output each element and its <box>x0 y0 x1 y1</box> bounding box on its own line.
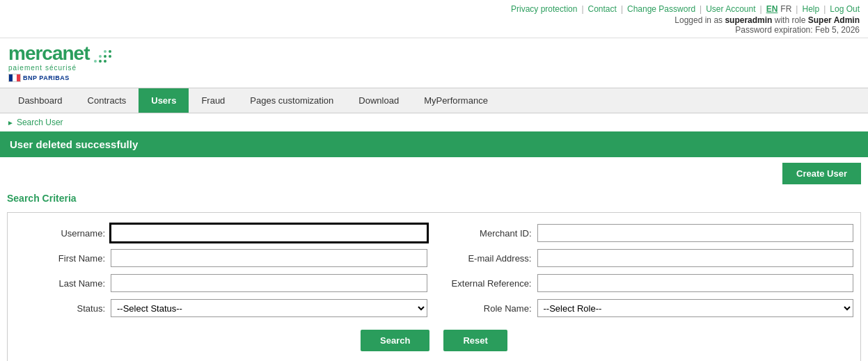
role-row: Role Name: --Select Role-- Super Admin A… <box>441 299 854 317</box>
search-criteria-section: Search Criteria Username: First Name: La… <box>0 190 868 361</box>
email-label: E-mail Address: <box>441 253 532 264</box>
help-link[interactable]: Help <box>802 4 819 14</box>
email-input[interactable] <box>537 249 854 267</box>
sep2: | <box>621 4 623 14</box>
status-select[interactable]: --Select Status-- Active Inactive <box>111 299 427 317</box>
success-banner: User deleted successfully <box>0 131 868 157</box>
last-name-input[interactable] <box>111 274 427 292</box>
nav-item-myperformance[interactable]: MyPerformance <box>411 88 500 113</box>
logo: mercanet paiement sécurisé BNP PARIBAS <box>8 44 112 82</box>
merchant-id-row: Merchant ID: <box>441 224 854 242</box>
username-input[interactable] <box>111 224 427 242</box>
status-label: Status: <box>15 303 105 314</box>
logo-dots <box>94 50 112 63</box>
nav-bar: Dashboard Contracts Users Fraud Pages cu… <box>0 88 868 113</box>
top-info: Logged in as superadmin with role Super … <box>674 15 860 35</box>
nav-item-fraud[interactable]: Fraud <box>189 88 237 113</box>
search-form: Username: First Name: Last Name: Status:… <box>7 212 861 361</box>
action-row: Create User <box>0 157 868 190</box>
lang-fr-link[interactable]: FR <box>780 4 791 14</box>
role-label: Role Name: <box>441 303 532 314</box>
logo-subtitle: paiement sécurisé <box>8 64 77 72</box>
merchant-id-input[interactable] <box>537 224 854 242</box>
nav-item-pages-customization[interactable]: Pages customization <box>237 88 346 113</box>
logout-link[interactable]: Log Out <box>830 4 860 14</box>
user-account-link[interactable]: User Account <box>706 4 755 14</box>
ext-ref-row: External Reference: <box>441 274 854 292</box>
contact-link[interactable]: Contact <box>588 4 617 14</box>
nav-item-dashboard[interactable]: Dashboard <box>6 88 75 113</box>
ext-ref-label: External Reference: <box>441 278 532 289</box>
first-name-label: First Name: <box>15 253 105 264</box>
privacy-link[interactable]: Privacy protection <box>511 4 577 14</box>
status-row: Status: --Select Status-- Active Inactiv… <box>15 299 427 317</box>
reset-button[interactable]: Reset <box>443 330 507 351</box>
role-select[interactable]: --Select Role-- Super Admin Admin User <box>537 299 854 317</box>
create-user-button[interactable]: Create User <box>782 163 861 184</box>
search-criteria-title: Search Criteria <box>7 193 861 204</box>
username-row: Username: <box>15 224 427 242</box>
email-row: E-mail Address: <box>441 249 854 267</box>
sep3: | <box>700 4 702 14</box>
bnp-flag <box>8 74 21 82</box>
sep6: | <box>823 4 826 14</box>
sep4: | <box>760 4 762 14</box>
search-button[interactable]: Search <box>361 330 429 351</box>
logo-text: mercanet <box>8 44 90 63</box>
change-password-link[interactable]: Change Password <box>627 4 695 14</box>
sep5: | <box>796 4 798 14</box>
bnp-text: BNP PARIBAS <box>23 74 70 81</box>
first-name-input[interactable] <box>111 249 427 267</box>
bnp-badge: BNP PARIBAS <box>8 74 70 82</box>
nav-item-users[interactable]: Users <box>139 88 189 113</box>
first-name-row: First Name: <box>15 249 427 267</box>
breadcrumb-arrow: ► <box>7 119 14 127</box>
last-name-row: Last Name: <box>15 274 427 292</box>
username-label: Username: <box>15 228 105 239</box>
sep1: | <box>581 4 583 14</box>
breadcrumb-label: Search User <box>17 118 63 127</box>
buttons-row: Search Reset <box>15 330 853 351</box>
breadcrumb[interactable]: ► Search User <box>0 113 868 131</box>
last-name-label: Last Name: <box>15 278 105 289</box>
nav-item-contracts[interactable]: Contracts <box>75 88 139 113</box>
merchant-id-label: Merchant ID: <box>441 228 532 239</box>
lang-en-link[interactable]: EN <box>766 4 778 14</box>
nav-item-download[interactable]: Download <box>346 88 411 113</box>
ext-ref-input[interactable] <box>537 274 854 292</box>
